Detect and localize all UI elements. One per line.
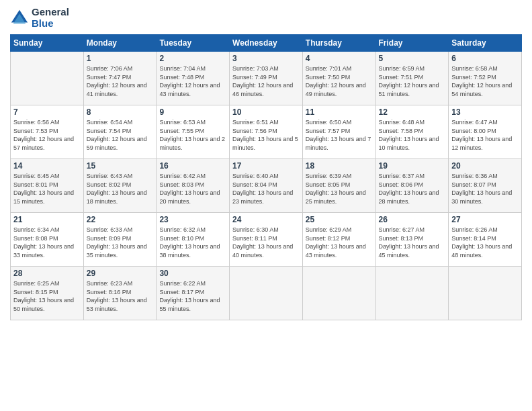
calendar-cell: 9Sunrise: 6:53 AMSunset: 7:55 PMDaylight… — [157, 105, 230, 159]
day-sun-info: Sunrise: 6:40 AMSunset: 8:04 PMDaylight:… — [232, 172, 300, 205]
day-sun-info: Sunrise: 6:23 AMSunset: 8:16 PMDaylight:… — [87, 279, 154, 313]
calendar-cell — [11, 52, 84, 105]
calendar-cell: 29Sunrise: 6:23 AMSunset: 8:16 PMDayligh… — [83, 267, 157, 320]
day-number: 20 — [451, 161, 519, 171]
day-number: 10 — [232, 107, 300, 117]
day-sun-info: Sunrise: 6:53 AMSunset: 7:55 PMDaylight:… — [159, 118, 226, 152]
day-number: 21 — [13, 215, 81, 224]
calendar-cell: 24Sunrise: 6:30 AMSunset: 8:11 PMDayligh… — [230, 213, 303, 267]
day-number: 12 — [379, 107, 446, 117]
day-number: 3 — [232, 54, 300, 63]
calendar-week-row: 14Sunrise: 6:45 AMSunset: 8:01 PMDayligh… — [11, 159, 522, 213]
calendar-cell: 7Sunrise: 6:56 AMSunset: 7:53 PMDaylight… — [11, 105, 84, 159]
calendar-cell: 13Sunrise: 6:47 AMSunset: 8:00 PMDayligh… — [449, 105, 522, 159]
day-number: 17 — [232, 161, 300, 171]
day-sun-info: Sunrise: 6:45 AMSunset: 8:01 PMDaylight:… — [13, 172, 81, 205]
calendar-cell — [302, 267, 375, 320]
weekday-header-wednesday: Wednesday — [230, 35, 303, 52]
day-number: 18 — [306, 161, 373, 171]
calendar-cell: 4Sunrise: 7:01 AMSunset: 7:50 PMDaylight… — [302, 52, 375, 105]
day-sun-info: Sunrise: 6:54 AMSunset: 7:54 PMDaylight:… — [87, 118, 154, 152]
calendar-week-row: 28Sunrise: 6:25 AMSunset: 8:15 PMDayligh… — [11, 267, 522, 320]
logo-icon — [10, 9, 29, 28]
day-sun-info: Sunrise: 6:29 AMSunset: 8:12 PMDaylight:… — [306, 226, 373, 259]
day-sun-info: Sunrise: 6:42 AMSunset: 8:03 PMDaylight:… — [159, 172, 226, 205]
day-sun-info: Sunrise: 6:25 AMSunset: 8:15 PMDaylight:… — [13, 279, 81, 313]
day-number: 2 — [159, 54, 226, 63]
day-number: 27 — [451, 215, 519, 224]
calendar-cell: 3Sunrise: 7:03 AMSunset: 7:49 PMDaylight… — [230, 52, 303, 105]
weekday-header-friday: Friday — [375, 35, 449, 52]
calendar-cell: 21Sunrise: 6:34 AMSunset: 8:08 PMDayligh… — [11, 213, 84, 267]
calendar-cell: 12Sunrise: 6:48 AMSunset: 7:58 PMDayligh… — [375, 105, 449, 159]
calendar-cell: 22Sunrise: 6:33 AMSunset: 8:09 PMDayligh… — [83, 213, 157, 267]
logo-text-line2: Blue — [32, 18, 69, 30]
day-number: 6 — [451, 54, 519, 63]
calendar-header-row: SundayMondayTuesdayWednesdayThursdayFrid… — [11, 35, 522, 52]
day-sun-info: Sunrise: 6:59 AMSunset: 7:51 PMDaylight:… — [379, 64, 446, 98]
header: General Blue — [10, 7, 522, 29]
calendar-cell: 2Sunrise: 7:04 AMSunset: 7:48 PMDaylight… — [157, 52, 230, 105]
calendar-cell: 10Sunrise: 6:51 AMSunset: 7:56 PMDayligh… — [230, 105, 303, 159]
main-container: General Blue SundayMondayTuesdayWednesda… — [0, 0, 532, 327]
day-number: 8 — [87, 107, 154, 117]
day-sun-info: Sunrise: 6:56 AMSunset: 7:53 PMDaylight:… — [13, 118, 81, 152]
calendar-week-row: 21Sunrise: 6:34 AMSunset: 8:08 PMDayligh… — [11, 213, 522, 267]
day-number: 7 — [13, 107, 81, 117]
weekday-header-tuesday: Tuesday — [157, 35, 230, 52]
day-number: 25 — [306, 215, 373, 224]
day-number: 4 — [306, 54, 373, 63]
day-number: 30 — [159, 269, 226, 278]
day-number: 13 — [451, 107, 519, 117]
calendar-cell: 11Sunrise: 6:50 AMSunset: 7:57 PMDayligh… — [302, 105, 375, 159]
day-sun-info: Sunrise: 6:32 AMSunset: 8:10 PMDaylight:… — [159, 226, 226, 259]
calendar-cell: 27Sunrise: 6:26 AMSunset: 8:14 PMDayligh… — [449, 213, 522, 267]
calendar-table: SundayMondayTuesdayWednesdayThursdayFrid… — [10, 34, 522, 320]
logo: General Blue — [10, 7, 69, 29]
day-sun-info: Sunrise: 6:37 AMSunset: 8:06 PMDaylight:… — [379, 172, 446, 205]
day-number: 26 — [379, 215, 446, 224]
day-sun-info: Sunrise: 6:27 AMSunset: 8:13 PMDaylight:… — [379, 226, 446, 259]
day-sun-info: Sunrise: 7:04 AMSunset: 7:48 PMDaylight:… — [159, 64, 226, 98]
day-sun-info: Sunrise: 6:58 AMSunset: 7:52 PMDaylight:… — [451, 64, 519, 98]
day-sun-info: Sunrise: 6:48 AMSunset: 7:58 PMDaylight:… — [379, 118, 446, 152]
day-sun-info: Sunrise: 6:30 AMSunset: 8:11 PMDaylight:… — [232, 226, 300, 259]
day-number: 19 — [379, 161, 446, 171]
day-sun-info: Sunrise: 6:36 AMSunset: 8:07 PMDaylight:… — [451, 172, 519, 205]
day-sun-info: Sunrise: 7:03 AMSunset: 7:49 PMDaylight:… — [232, 64, 300, 98]
calendar-cell: 23Sunrise: 6:32 AMSunset: 8:10 PMDayligh… — [157, 213, 230, 267]
calendar-cell: 26Sunrise: 6:27 AMSunset: 8:13 PMDayligh… — [375, 213, 449, 267]
calendar-cell: 14Sunrise: 6:45 AMSunset: 8:01 PMDayligh… — [11, 159, 84, 213]
calendar-week-row: 7Sunrise: 6:56 AMSunset: 7:53 PMDaylight… — [11, 105, 522, 159]
calendar-cell: 8Sunrise: 6:54 AMSunset: 7:54 PMDaylight… — [83, 105, 157, 159]
day-sun-info: Sunrise: 6:22 AMSunset: 8:17 PMDaylight:… — [159, 279, 226, 313]
day-sun-info: Sunrise: 6:50 AMSunset: 7:57 PMDaylight:… — [306, 118, 373, 152]
day-sun-info: Sunrise: 6:26 AMSunset: 8:14 PMDaylight:… — [451, 226, 519, 259]
calendar-cell: 20Sunrise: 6:36 AMSunset: 8:07 PMDayligh… — [449, 159, 522, 213]
calendar-cell: 25Sunrise: 6:29 AMSunset: 8:12 PMDayligh… — [302, 213, 375, 267]
calendar-cell: 19Sunrise: 6:37 AMSunset: 8:06 PMDayligh… — [375, 159, 449, 213]
calendar-cell: 15Sunrise: 6:43 AMSunset: 8:02 PMDayligh… — [83, 159, 157, 213]
calendar-cell: 1Sunrise: 7:06 AMSunset: 7:47 PMDaylight… — [83, 52, 157, 105]
day-number: 14 — [13, 161, 81, 171]
day-number: 15 — [87, 161, 154, 171]
day-sun-info: Sunrise: 7:06 AMSunset: 7:47 PMDaylight:… — [87, 64, 154, 98]
calendar-cell — [230, 267, 303, 320]
calendar-cell: 28Sunrise: 6:25 AMSunset: 8:15 PMDayligh… — [11, 267, 84, 320]
day-number: 9 — [159, 107, 226, 117]
day-number: 1 — [87, 54, 154, 63]
calendar-cell: 5Sunrise: 6:59 AMSunset: 7:51 PMDaylight… — [375, 52, 449, 105]
day-number: 22 — [87, 215, 154, 224]
calendar-cell: 17Sunrise: 6:40 AMSunset: 8:04 PMDayligh… — [230, 159, 303, 213]
day-number: 16 — [159, 161, 226, 171]
day-number: 28 — [13, 269, 81, 278]
day-sun-info: Sunrise: 6:51 AMSunset: 7:56 PMDaylight:… — [232, 118, 300, 152]
day-sun-info: Sunrise: 6:43 AMSunset: 8:02 PMDaylight:… — [87, 172, 154, 205]
day-number: 11 — [306, 107, 373, 117]
day-number: 23 — [159, 215, 226, 224]
day-sun-info: Sunrise: 6:47 AMSunset: 8:00 PMDaylight:… — [451, 118, 519, 152]
calendar-cell: 6Sunrise: 6:58 AMSunset: 7:52 PMDaylight… — [449, 52, 522, 105]
day-sun-info: Sunrise: 6:33 AMSunset: 8:09 PMDaylight:… — [87, 226, 154, 259]
weekday-header-saturday: Saturday — [449, 35, 522, 52]
weekday-header-sunday: Sunday — [11, 35, 84, 52]
